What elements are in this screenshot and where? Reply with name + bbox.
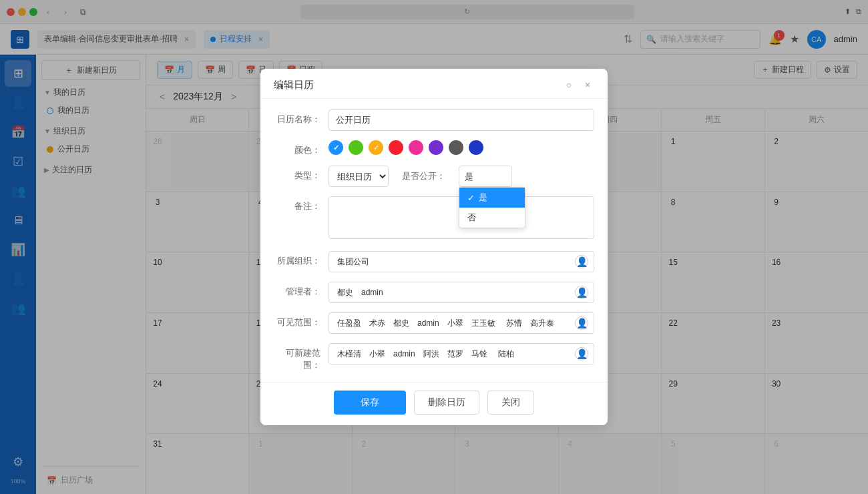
name-content — [329, 109, 594, 131]
create-6: 马铨 — [469, 348, 490, 360]
color-label: 颜色： — [274, 140, 320, 156]
manager-add-icon[interactable]: 👤 — [575, 286, 588, 299]
create-3: admin — [391, 349, 418, 358]
modal-header: 编辑日历 ○ × — [260, 69, 608, 99]
create-content: 木槿清 小翠 admin 阿洪 范罗 马铨 陆柏 👤 — [329, 343, 594, 364]
manager-2: admin — [359, 288, 386, 297]
create-7: 陆柏 — [495, 348, 517, 360]
visible-field[interactable]: 任盈盈 术赤 都史 admin 小翠 王玉敏 苏懵 高升泰 👤 — [329, 312, 594, 334]
public-select[interactable]: 是 否 — [459, 166, 512, 187]
form-row-create: 可新建范围： 木槿清 小翠 admin 阿洪 范罗 马铨 陆柏 👤 — [274, 343, 594, 371]
type-select[interactable]: 组织日历 — [329, 166, 389, 187]
save-button[interactable]: 保存 — [334, 391, 406, 415]
create-4: 阿洪 — [421, 348, 442, 360]
type-content: 组织日历 是否公开： 是 否 ✓ — [329, 166, 594, 187]
delete-button[interactable]: 删除日历 — [414, 391, 479, 415]
create-add-icon[interactable]: 👤 — [575, 347, 588, 360]
org-label: 所属组织： — [274, 251, 320, 267]
color-green[interactable] — [349, 140, 363, 155]
visible-label: 可见范围： — [274, 312, 320, 328]
form-row-manager: 管理者： 都史 admin 👤 — [274, 282, 594, 303]
org-add-icon[interactable]: 👤 — [575, 255, 588, 268]
visible-8: 高升泰 — [527, 318, 557, 329]
create-label: 可新建范围： — [274, 343, 320, 371]
modal-overlay: 编辑日历 ○ × 日历名称： 颜色： — [0, 0, 868, 494]
public-label: 是否公开： — [402, 170, 445, 182]
visible-6: 王玉敏 — [469, 318, 498, 329]
form-row-note: 备注： — [274, 196, 594, 242]
type-label: 类型： — [274, 166, 320, 182]
manager-1: 都史 — [335, 287, 356, 298]
modal-close-button[interactable]: × — [581, 78, 594, 91]
name-input[interactable] — [329, 109, 594, 131]
modal-footer: 保存 删除日历 关闭 — [260, 382, 608, 425]
org-value: 集团公司 — [335, 256, 372, 268]
visible-1: 任盈盈 — [335, 318, 364, 329]
color-pink[interactable] — [409, 140, 423, 155]
color-content: ✓ — [329, 140, 594, 155]
name-label: 日历名称： — [274, 109, 320, 126]
form-row-org: 所属组织： 集团公司 👤 — [274, 251, 594, 272]
type-public-row: 组织日历 是否公开： 是 否 ✓ — [329, 166, 594, 187]
modal-body: 日历名称： 颜色： ✓ — [260, 99, 608, 382]
color-gray[interactable] — [449, 140, 463, 155]
org-field[interactable]: 集团公司 👤 — [329, 251, 594, 272]
visible-5: 小翠 — [445, 318, 466, 329]
modal-minimize-button[interactable]: ○ — [562, 78, 576, 91]
modal-header-btns: ○ × — [562, 78, 594, 91]
dropdown-no-label: 否 — [467, 212, 476, 224]
form-row-color: 颜色： ✓ — [274, 140, 594, 156]
visible-4: admin — [415, 318, 442, 328]
create-1: 木槿清 — [335, 348, 364, 360]
form-row-visible: 可见范围： 任盈盈 术赤 都史 admin 小翠 王玉敏 苏懵 高升泰 👤 — [274, 312, 594, 334]
color-yellow[interactable]: ✓ — [369, 140, 383, 155]
close-button[interactable]: 关闭 — [487, 391, 534, 415]
color-blue[interactable] — [329, 140, 343, 155]
create-field[interactable]: 木槿清 小翠 admin 阿洪 范罗 马铨 陆柏 👤 — [329, 343, 594, 364]
manager-field[interactable]: 都史 admin 👤 — [329, 282, 594, 303]
manager-content: 都史 admin 👤 — [329, 282, 594, 303]
form-row-name: 日历名称： — [274, 109, 594, 131]
dropdown-item-yes[interactable]: ✓ 是 — [459, 188, 525, 208]
public-dropdown: ✓ 是 否 — [459, 187, 525, 228]
color-red[interactable] — [389, 140, 403, 155]
visible-3: 都史 — [391, 318, 412, 329]
dropdown-item-no[interactable]: 否 — [459, 208, 525, 228]
manager-label: 管理者： — [274, 282, 320, 298]
create-2: 小翠 — [367, 348, 388, 360]
visible-7: 苏懵 — [503, 318, 525, 329]
form-row-type: 类型： 组织日历 是否公开： 是 否 — [274, 166, 594, 187]
note-label: 备注： — [274, 196, 320, 212]
visible-content: 任盈盈 术赤 都史 admin 小翠 王玉敏 苏懵 高升泰 👤 — [329, 312, 594, 334]
public-select-wrapper: 是 否 ✓ 是 否 — [459, 166, 512, 187]
modal-title: 编辑日历 — [274, 79, 314, 91]
visible-2: 术赤 — [367, 318, 388, 329]
org-content: 集团公司 👤 — [329, 251, 594, 272]
check-icon: ✓ — [467, 193, 475, 203]
color-options: ✓ — [329, 140, 594, 155]
color-darkblue[interactable] — [469, 140, 483, 155]
create-5: 范罗 — [445, 348, 466, 360]
edit-calendar-modal: 编辑日历 ○ × 日历名称： 颜色： — [260, 69, 608, 425]
dropdown-yes-label: 是 — [479, 192, 487, 204]
visible-add-icon[interactable]: 👤 — [575, 316, 588, 330]
color-purple[interactable] — [429, 140, 443, 155]
